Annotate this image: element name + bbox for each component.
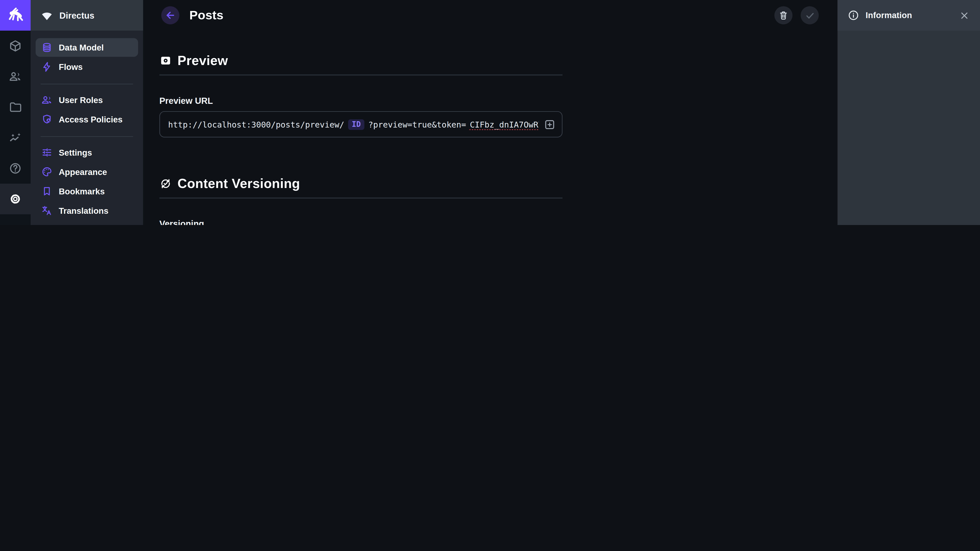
translate-icon: [41, 205, 52, 216]
id-variable-chip[interactable]: ID: [348, 119, 365, 130]
sidebar-item-data-model[interactable]: Data Model: [36, 38, 138, 57]
section-content-versioning: Content Versioning Versioning Enable Ver…: [159, 176, 563, 225]
save-button[interactable]: [800, 6, 819, 24]
module-bar: [0, 0, 30, 225]
main-content: Posts: [143, 0, 838, 225]
url-query: ?preview=true&token=: [368, 120, 466, 129]
bolt-icon: [41, 61, 52, 73]
module-settings[interactable]: [0, 184, 30, 214]
add-variable-icon[interactable]: [544, 118, 556, 130]
info-sidebar-body: [838, 30, 980, 225]
sidebar-item-translations[interactable]: Translations: [36, 201, 138, 220]
project-header[interactable]: Directus: [30, 0, 143, 30]
sidebar-item-label: Flows: [59, 62, 83, 72]
module-files[interactable]: [0, 92, 30, 122]
sidebar-item-label: Data Model: [59, 43, 103, 52]
box-icon: [9, 39, 22, 52]
section-title: Content Versioning: [178, 176, 300, 191]
rabbit-icon: [6, 6, 24, 24]
sidebar-item-settings[interactable]: Settings: [36, 143, 138, 162]
settings-sidebar: Directus Data Model Flows: [30, 0, 143, 225]
info-sidebar-title: Information: [865, 11, 912, 20]
sidebar-item-label: Appearance: [59, 167, 107, 176]
preview-icon: [159, 54, 172, 67]
section-title: Preview: [178, 53, 228, 68]
section-divider: [159, 74, 563, 76]
sidebar-divider: [36, 129, 138, 143]
sidebar-item-label: Bookmarks: [59, 186, 105, 196]
sidebar-item-label: Access Policies: [59, 114, 123, 124]
main-header: Posts: [143, 0, 838, 30]
sidebar-divider: [36, 221, 138, 225]
people-icon: [41, 94, 52, 106]
info-sidebar: Information Activity Log: [838, 0, 980, 225]
page-title: Posts: [189, 8, 223, 22]
sidebar-item-access-policies[interactable]: Access Policies: [36, 110, 138, 129]
versioning-label: Versioning: [159, 219, 352, 225]
database-icon: [41, 42, 52, 53]
info-icon: [848, 10, 859, 21]
module-content[interactable]: [0, 30, 30, 61]
info-sidebar-header: Information: [838, 0, 980, 30]
sidebar-item-bookmarks[interactable]: Bookmarks: [36, 182, 138, 200]
directus-settings-data-model-page: Directus Data Model Flows: [0, 0, 980, 225]
sidebar-item-appearance[interactable]: Appearance: [36, 162, 138, 181]
back-button[interactable]: [161, 6, 180, 24]
versioning-sync-icon: [159, 178, 172, 190]
insights-icon: [9, 131, 22, 144]
sidebar-item-label: Settings: [59, 148, 92, 157]
preview-url-label: Preview URL: [159, 96, 563, 106]
sidebar-item-flows[interactable]: Flows: [36, 57, 138, 76]
module-users[interactable]: [0, 61, 30, 92]
url-token: CIFbz_dnIA7OwRTewJFC79aQoDl: [470, 120, 539, 129]
users-icon: [9, 70, 22, 83]
section-divider: [159, 197, 563, 199]
shield-user-icon: [41, 114, 52, 125]
collection-setup-form: Preview Preview URL http://localhost:300…: [143, 30, 563, 225]
sidebar-divider: [36, 77, 138, 91]
trash-icon: [778, 10, 789, 21]
section-preview: Preview Preview URL http://localhost:300…: [159, 53, 563, 138]
bookmark-icon: [41, 186, 52, 197]
sidebar-item-label: Translations: [59, 206, 108, 215]
project-name: Directus: [59, 10, 94, 20]
delete-collection-button[interactable]: [774, 6, 792, 24]
connection-status-icon: [41, 9, 53, 22]
directus-logo[interactable]: [0, 0, 30, 30]
arrow-left-icon: [164, 10, 177, 21]
close-icon[interactable]: [959, 10, 970, 21]
tune-icon: [41, 147, 52, 158]
preview-url-input[interactable]: http://localhost:3000/posts/preview/ ID …: [159, 111, 563, 138]
sidebar-item-label: User Roles: [59, 95, 103, 105]
palette-icon: [41, 166, 52, 177]
help-icon: [9, 162, 22, 175]
module-insights[interactable]: [0, 122, 30, 153]
gear-icon: [9, 192, 22, 205]
folder-icon: [9, 100, 22, 114]
check-icon: [804, 10, 815, 21]
sidebar-item-user-roles[interactable]: User Roles: [36, 91, 138, 109]
module-help[interactable]: [0, 153, 30, 184]
url-prefix: http://localhost:3000/posts/preview/: [168, 120, 344, 129]
